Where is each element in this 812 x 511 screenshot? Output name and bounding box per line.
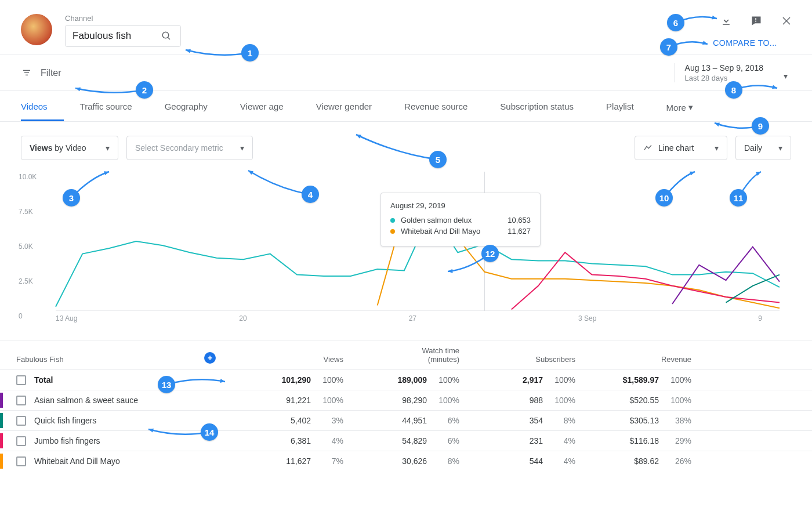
- row-name: Jumbo fish fingers: [34, 436, 100, 445]
- annotation-6: 6: [667, 14, 684, 31]
- annotation-13: 13: [158, 376, 175, 393]
- chevron-down-icon: ▾: [715, 143, 719, 153]
- secondary-metric-placeholder: Select Secondary metric: [135, 143, 223, 153]
- svg-rect-4: [23, 70, 30, 70]
- channel-search-input[interactable]: [72, 30, 160, 42]
- channel-label: Channel: [65, 14, 181, 23]
- row-name: Total: [34, 375, 53, 385]
- row-name: Whitebait And Dill Mayo: [34, 456, 120, 466]
- table-row[interactable]: Whitebait And Dill Mayo11,6277%30,6268%5…: [0, 451, 812, 471]
- channel-search-box[interactable]: [65, 25, 181, 47]
- y-tick: 0: [19, 312, 23, 320]
- tab-revenue-source[interactable]: Revenue source: [404, 91, 484, 121]
- date-span-text: Last 28 days: [685, 74, 763, 82]
- chart-type-label: Line chart: [658, 143, 694, 153]
- chevron-down-icon: ▾: [784, 71, 788, 81]
- annotation-10: 10: [655, 189, 673, 206]
- chevron-down-icon: ▾: [240, 143, 244, 153]
- date-range-text: Aug 13 – Sep 9, 2018: [685, 63, 763, 73]
- granularity-select[interactable]: Daily▾: [735, 136, 791, 160]
- views-chart[interactable]: 02.5K5.0K7.5K10.0K 13 Aug20273 Sep9 Augu…: [21, 172, 791, 340]
- x-tick: 9: [758, 314, 762, 322]
- primary-metric-select[interactable]: Views by Video▾: [21, 136, 118, 160]
- row-checkbox[interactable]: [16, 456, 26, 466]
- row-checkbox[interactable]: [16, 436, 26, 446]
- date-range-picker[interactable]: Aug 13 – Sep 9, 2018 Last 28 days ▾: [674, 63, 796, 82]
- col-views[interactable]: Views: [244, 355, 360, 364]
- y-tick: 10.0K: [19, 173, 37, 181]
- table-row[interactable]: Total101,290100%189,009100%2,917100%$1,5…: [0, 369, 812, 390]
- filter-label: Filter: [41, 68, 61, 78]
- annotation-11: 11: [730, 189, 747, 206]
- annotation-5: 5: [429, 151, 447, 168]
- x-tick: 20: [239, 314, 246, 322]
- search-icon[interactable]: [160, 29, 173, 43]
- row-checkbox[interactable]: [16, 416, 26, 426]
- chevron-down-icon: ▾: [688, 102, 693, 113]
- annotation-14: 14: [201, 423, 218, 441]
- filter-button[interactable]: Filter: [21, 68, 61, 78]
- col-subscribers[interactable]: Subscribers: [476, 355, 592, 364]
- chevron-down-icon: ▾: [106, 143, 110, 153]
- tab-geography[interactable]: Geography: [165, 91, 224, 121]
- y-tick: 5.0K: [19, 242, 33, 251]
- x-tick: 27: [409, 314, 416, 322]
- annotation-1: 1: [241, 44, 259, 61]
- tab-videos[interactable]: Videos: [21, 91, 64, 121]
- close-icon[interactable]: [780, 14, 793, 28]
- table-row[interactable]: Jumbo fish fingers6,3814%54,8296%2314%$1…: [0, 430, 812, 451]
- channel-avatar[interactable]: [21, 14, 52, 45]
- x-tick: 13 Aug: [56, 314, 77, 322]
- chart-tooltip: August 29, 2019 Golden salmon delux10,65…: [380, 193, 541, 247]
- feedback-icon[interactable]: [749, 14, 763, 28]
- row-name: Quick fish fingers: [34, 416, 96, 425]
- download-icon[interactable]: [719, 14, 733, 28]
- tab-playlist[interactable]: Playlist: [606, 91, 650, 121]
- y-tick: 7.5K: [19, 208, 33, 216]
- tab-viewer-age[interactable]: Viewer age: [240, 91, 300, 121]
- row-checkbox[interactable]: [16, 375, 26, 385]
- annotation-8: 8: [725, 81, 742, 99]
- tab-viewer-gender[interactable]: Viewer gender: [316, 91, 388, 121]
- tooltip-row: Whitebait And Dill Mayo11,627: [390, 227, 531, 235]
- svg-rect-5: [24, 72, 29, 73]
- video-table: Fabulous Fish + Views Watch time (minute…: [0, 340, 812, 471]
- col-revenue[interactable]: Revenue: [592, 355, 708, 364]
- primary-metric-label: Views by Video: [30, 143, 86, 153]
- y-tick: 2.5K: [19, 277, 33, 285]
- annotation-3: 3: [63, 189, 80, 206]
- table-title: Fabulous Fish: [16, 355, 64, 364]
- chart-type-select[interactable]: Line chart▾: [635, 136, 727, 160]
- compare-to-link[interactable]: COMPARE TO...: [713, 38, 796, 48]
- chevron-down-icon: ▾: [778, 143, 782, 153]
- col-watch-time[interactable]: Watch time (minutes): [360, 346, 476, 364]
- annotation-9: 9: [752, 117, 769, 135]
- tab-more[interactable]: More▾: [666, 91, 709, 121]
- row-checkbox[interactable]: [16, 396, 26, 405]
- svg-rect-6: [26, 74, 28, 75]
- filter-icon: [21, 68, 32, 78]
- svg-point-0: [162, 32, 169, 38]
- annotation-12: 12: [481, 245, 499, 262]
- annotation-4: 4: [302, 186, 319, 203]
- x-tick: 3 Sep: [578, 314, 596, 322]
- dimension-tabs: VideosTraffic sourceGeographyViewer ageV…: [0, 91, 812, 122]
- table-row[interactable]: Asian salmon & sweet sauce91,221100%98,2…: [0, 390, 812, 410]
- row-name: Asian salmon & sweet sauce: [34, 396, 138, 405]
- annotation-7: 7: [660, 38, 677, 56]
- svg-line-1: [168, 37, 170, 39]
- table-row[interactable]: Quick fish fingers5,4023%44,9516%3548%$3…: [0, 410, 812, 430]
- tab-subscription-status[interactable]: Subscription status: [500, 91, 590, 121]
- add-column-button[interactable]: +: [204, 352, 216, 364]
- tooltip-date: August 29, 2019: [390, 201, 531, 210]
- annotation-2: 2: [136, 81, 153, 99]
- line-chart-icon: [643, 143, 652, 153]
- tooltip-row: Golden salmon delux10,653: [390, 216, 531, 224]
- secondary-metric-select[interactable]: Select Secondary metric▾: [126, 136, 253, 160]
- granularity-label: Daily: [744, 143, 762, 153]
